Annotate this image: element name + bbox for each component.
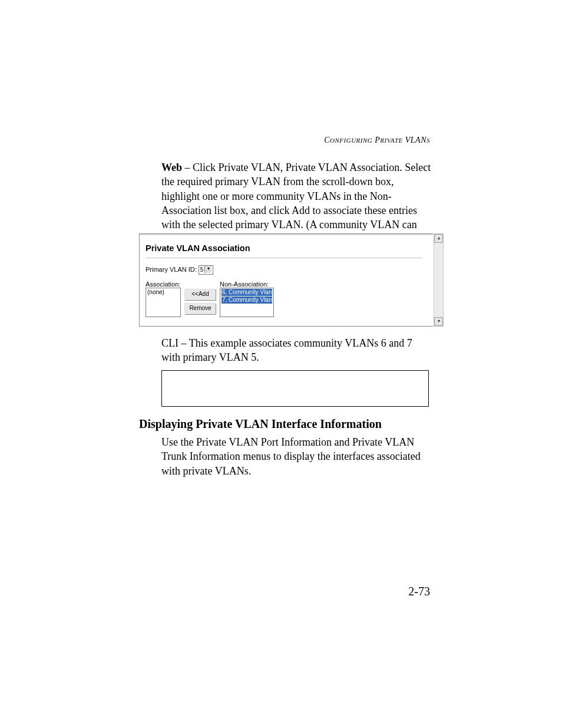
cli-paragraph: CLI – This example associates community … <box>161 336 432 365</box>
panel-title: Private VLAN Association <box>146 243 427 253</box>
remove-button[interactable]: Remove <box>184 303 216 315</box>
vertical-scrollbar[interactable]: ▴ ▾ <box>434 233 444 327</box>
list-item[interactable]: 7, Community Vlan <box>222 297 272 304</box>
cli-lead: CLI <box>161 337 178 349</box>
scroll-down-icon[interactable]: ▾ <box>434 317 443 326</box>
primary-vlan-label: Primary VLAN ID: <box>146 266 197 273</box>
non-association-label: Non-Association: <box>220 281 274 288</box>
association-label: Association: <box>146 281 181 288</box>
web-lead: Web <box>161 162 182 173</box>
scroll-up-icon[interactable]: ▴ <box>434 234 443 243</box>
section-heading: Displaying Private VLAN Interface Inform… <box>139 417 382 431</box>
non-association-column: Non-Association: 6, Community Vlan 7, Co… <box>220 281 274 317</box>
section-body: Use the Private VLAN Port Information an… <box>161 435 432 478</box>
add-button[interactable]: <<Add <box>184 289 216 301</box>
embedded-screenshot: Private VLAN Association Primary VLAN ID… <box>139 233 433 327</box>
cli-text: – This example associates community VLAN… <box>161 337 412 363</box>
page-number: 2-73 <box>408 585 430 598</box>
panel-divider <box>146 258 422 258</box>
association-listbox[interactable]: (none) <box>146 288 181 317</box>
list-item[interactable]: (none) <box>147 289 179 295</box>
web-text: – Click Private VLAN, Private VLAN Assoc… <box>161 162 431 245</box>
primary-vlan-row: Primary VLAN ID: 5▾ <box>146 265 427 275</box>
screenshot-inner: Private VLAN Association Primary VLAN ID… <box>140 234 433 332</box>
list-item[interactable]: 6, Community Vlan <box>222 289 272 296</box>
chevron-down-icon[interactable]: ▾ <box>204 266 211 273</box>
association-column: Association: (none) <box>146 281 181 317</box>
primary-vlan-value: 5 <box>200 266 204 273</box>
running-head: CONFIGURING PRIVATE VLANS <box>324 136 430 145</box>
non-association-listbox[interactable]: 6, Community Vlan 7, Community Vlan <box>220 288 274 317</box>
dual-listbox: Association: (none) <<Add Remove Non-Ass… <box>146 281 427 317</box>
cli-example-box <box>161 370 429 407</box>
page-root: CONFIGURING PRIVATE VLANS Web – Click Pr… <box>0 0 562 728</box>
transfer-buttons: <<Add Remove <box>184 289 216 315</box>
primary-vlan-select[interactable]: 5▾ <box>199 265 214 275</box>
